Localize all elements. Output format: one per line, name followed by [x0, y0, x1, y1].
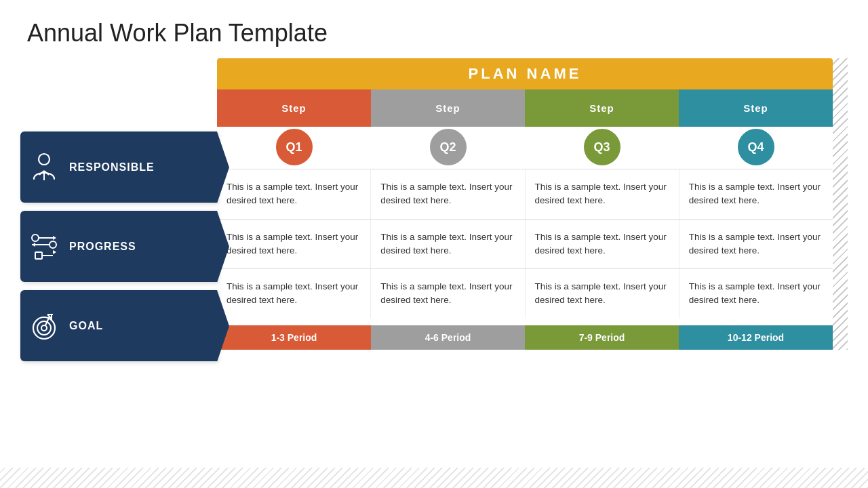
sidebar: RESPONSIBLE PROGRESS: [20, 131, 217, 369]
goal-cell-q2: This is a sample text. Insert your desir…: [371, 269, 525, 319]
svg-point-4: [32, 235, 39, 241]
steps-row: Step Q1 Step Q2 Step Q3 Step Q4: [217, 89, 833, 147]
goal-cell-q3: This is a sample text. Insert your desir…: [526, 269, 679, 319]
progress-content-row: This is a sample text. Insert your desir…: [217, 219, 833, 269]
step-q3-circle: Q3: [582, 127, 623, 167]
period-q3: 7-9 Period: [525, 325, 679, 350]
step-q4: Step Q4: [679, 89, 833, 147]
svg-point-13: [33, 317, 55, 339]
step-q1: Step Q1: [217, 89, 371, 147]
step-q1-circle: Q1: [274, 127, 315, 167]
goal-label: GOAL: [69, 320, 103, 332]
svg-point-0: [39, 154, 50, 165]
content-rows: This is a sample text. Insert your desir…: [217, 169, 833, 319]
sidebar-item-progress: PROGRESS: [20, 211, 217, 282]
stripe-decoration: [833, 58, 848, 350]
step-q4-circle: Q4: [736, 127, 776, 167]
step-q1-label: Step: [217, 89, 371, 127]
plan-name-bar: PLAN NAME: [217, 58, 833, 89]
period-q2: 4-6 Period: [371, 325, 525, 350]
arrows-icon: [27, 230, 61, 264]
responsible-cell-q3: This is a sample text. Insert your desir…: [526, 169, 679, 219]
progress-label: PROGRESS: [69, 241, 136, 253]
page-title: Annual Work Plan Template: [0, 0, 868, 58]
step-q3: Step Q3: [525, 89, 679, 147]
goal-cell-q4: This is a sample text. Insert your desir…: [679, 269, 833, 319]
step-q2-label: Step: [371, 89, 525, 127]
period-bar: 1-3 Period 4-6 Period 7-9 Period 10-12 P…: [217, 325, 833, 350]
step-q2: Step Q2: [371, 89, 525, 147]
responsible-cell-q2: This is a sample text. Insert your desir…: [371, 169, 525, 219]
progress-cell-q3: This is a sample text. Insert your desir…: [526, 220, 679, 269]
table-area: PLAN NAME Step Q1 Step Q2 Step Q3: [217, 58, 848, 369]
period-q4: 10-12 Period: [679, 325, 833, 350]
goal-content-row: This is a sample text. Insert your desir…: [217, 268, 833, 319]
bottom-stripe: [0, 468, 868, 488]
svg-marker-5: [53, 236, 56, 240]
svg-rect-8: [35, 252, 42, 259]
step-q2-circle: Q2: [428, 127, 469, 167]
responsible-cell-q1: This is a sample text. Insert your desir…: [217, 169, 371, 219]
progress-cell-q4: This is a sample text. Insert your desir…: [679, 220, 833, 269]
svg-marker-9: [53, 250, 56, 254]
period-q1: 1-3 Period: [217, 325, 371, 350]
person-icon: [27, 150, 61, 184]
progress-cell-q1: This is a sample text. Insert your desir…: [217, 220, 371, 269]
sidebar-item-goal: GOAL: [20, 290, 217, 361]
goal-cell-q1: This is a sample text. Insert your desir…: [217, 269, 371, 319]
svg-point-6: [50, 241, 56, 248]
responsible-cell-q4: This is a sample text. Insert your desir…: [679, 169, 833, 219]
svg-point-14: [37, 321, 51, 335]
target-icon: [27, 309, 61, 343]
progress-cell-q2: This is a sample text. Insert your desir…: [371, 220, 525, 269]
step-q4-label: Step: [679, 89, 833, 127]
responsible-label: RESPONSIBLE: [69, 161, 155, 174]
svg-point-15: [41, 325, 47, 331]
step-q3-label: Step: [525, 89, 679, 127]
sidebar-item-responsible: RESPONSIBLE: [20, 131, 217, 203]
responsible-content-row: This is a sample text. Insert your desir…: [217, 169, 833, 219]
